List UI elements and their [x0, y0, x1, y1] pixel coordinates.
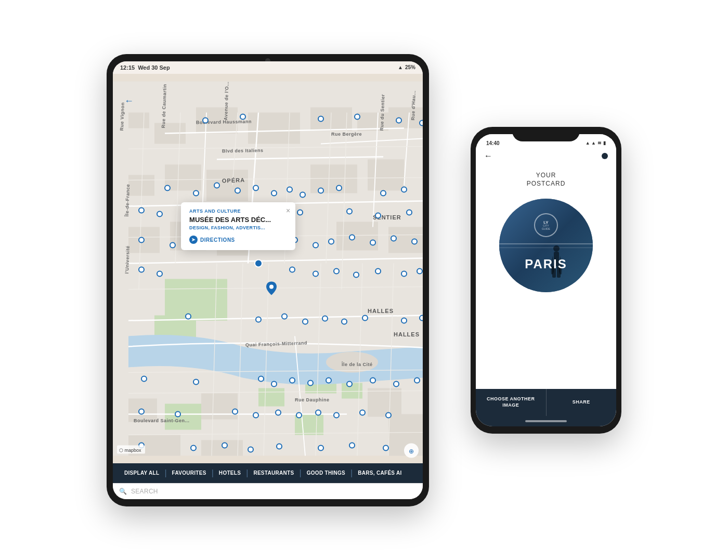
svg-rect-9 [128, 112, 149, 128]
svg-point-83 [318, 116, 323, 121]
svg-point-135 [303, 319, 308, 324]
home-bar [525, 420, 567, 422]
svg-point-81 [203, 118, 208, 123]
search-icon: 🔍 [119, 488, 127, 495]
postcard-title: YOUR POSTCARD [527, 171, 566, 189]
directions-label: DIRECTIONS [200, 237, 235, 243]
tablet-status-bar: 12:15 Wed 30 Sep ▲ 25% [113, 61, 423, 74]
svg-text:HALLES: HALLES [368, 307, 394, 314]
svg-point-91 [253, 185, 258, 190]
battery-text: 25% [405, 64, 415, 70]
svg-point-138 [362, 315, 368, 320]
svg-point-136 [322, 316, 328, 321]
nav-sep-4: | [300, 468, 302, 478]
svg-point-126 [334, 268, 339, 274]
phone-menu-dot[interactable] [602, 153, 608, 159]
nav-favourites[interactable]: FAVOURITES [168, 470, 211, 476]
phone-screen: 14:40 ▲ ▲ ≋ ▮ ← YOUR POSTCARD [476, 134, 616, 426]
svg-point-161 [386, 412, 391, 418]
nav-good-things[interactable]: GOOD THINGS [303, 470, 349, 476]
svg-point-156 [276, 410, 281, 415]
lv-guide: CITYGUIDE [542, 224, 550, 230]
popup-category: ARTS AND CULTURE [189, 209, 287, 214]
svg-point-151 [414, 377, 420, 383]
svg-point-157 [296, 412, 302, 418]
search-placeholder: SEARCH [131, 488, 158, 495]
back-button[interactable]: ← [124, 96, 134, 107]
map-area[interactable]: ← [113, 74, 423, 463]
wifi-icon: ▲ [398, 64, 403, 70]
svg-point-87 [165, 185, 170, 190]
svg-point-130 [417, 268, 422, 274]
svg-rect-19 [310, 164, 357, 193]
svg-text:Blvd des Italiens: Blvd des Italiens [222, 148, 264, 153]
svg-text:Île de la Cité: Île de la Cité [341, 361, 373, 367]
svg-point-121 [412, 239, 417, 244]
scene: 12:15 Wed 30 Sep ▲ 25% ← [0, 0, 728, 560]
svg-rect-27 [201, 393, 238, 419]
status-right: ▲ 25% [398, 64, 415, 70]
svg-point-145 [290, 377, 295, 383]
svg-rect-17 [165, 164, 201, 190]
svg-point-133 [256, 317, 261, 322]
phone-device: 14:40 ▲ ▲ ≋ ▮ ← YOUR POSTCARD [471, 127, 621, 434]
svg-point-109 [375, 213, 381, 218]
svg-point-129 [401, 271, 407, 276]
svg-text:l'Université: l'Université [124, 245, 131, 274]
svg-rect-6 [165, 403, 201, 429]
svg-point-158 [316, 410, 321, 415]
phone-status-right: ▲ ▲ ≋ ▮ [586, 140, 606, 146]
bottom-navigation: DISPLAY ALL | FAVOURITES | HOTELS | REST… [113, 463, 423, 483]
svg-point-108 [347, 209, 352, 214]
map-popup[interactable]: × ARTS AND CULTURE MUSÉE DES ARTS DÉC...… [181, 202, 295, 251]
svg-text:Rue d'Hau...: Rue d'Hau... [410, 90, 417, 120]
svg-point-125 [313, 271, 318, 276]
svg-point-139 [401, 318, 407, 323]
svg-point-111 [139, 237, 144, 242]
share-button[interactable]: SHARE [547, 389, 617, 415]
lv-badge: LV CITYGUIDE [534, 213, 558, 237]
phone-notch [512, 127, 580, 141]
bridge-lines2 [499, 248, 593, 248]
svg-rect-31 [201, 440, 243, 455]
svg-point-116 [313, 242, 318, 248]
svg-point-143 [258, 376, 264, 381]
svg-point-107 [297, 210, 303, 215]
svg-rect-18 [206, 170, 248, 201]
svg-point-100 [157, 211, 162, 216]
lv-title: LV [543, 220, 548, 224]
nav-bars-cafes[interactable]: BARS, CAFÉS AI [354, 470, 406, 476]
phone-back-button[interactable]: ← [484, 151, 492, 161]
svg-point-167 [318, 445, 323, 450]
popup-directions-button[interactable]: ➤ DIRECTIONS [189, 236, 287, 244]
svg-point-96 [336, 185, 342, 190]
phone-time: 14:40 [486, 140, 500, 146]
nav-display-all[interactable]: DISPLAY ALL [120, 470, 163, 476]
svg-rect-12 [248, 112, 300, 144]
nav-sep-2: | [212, 468, 214, 478]
phone-signal-icon: ▲ ▲ [586, 140, 596, 146]
svg-point-154 [232, 409, 238, 414]
svg-point-137 [342, 319, 347, 324]
choose-image-button[interactable]: CHOOSE ANOTHER IMAGE [476, 389, 547, 415]
svg-point-118 [349, 235, 355, 240]
svg-point-92 [271, 190, 277, 196]
status-time: 12:15 [120, 64, 135, 71]
svg-point-89 [214, 183, 219, 188]
svg-point-155 [253, 412, 258, 418]
svg-point-119 [370, 240, 375, 245]
svg-point-149 [370, 377, 375, 383]
svg-point-127 [354, 272, 359, 277]
search-bar[interactable]: 🔍 SEARCH [113, 483, 423, 499]
svg-text:Boulevard Saint-Gen...: Boulevard Saint-Gen... [134, 418, 190, 423]
nav-hotels[interactable]: HOTELS [215, 470, 245, 476]
status-date: Wed 30 Sep [138, 64, 170, 71]
svg-point-164 [222, 442, 227, 448]
svg-point-85 [396, 118, 401, 123]
postcard-bg [499, 199, 593, 292]
nav-restaurants[interactable]: RESTAURANTS [249, 470, 298, 476]
tablet-device: 12:15 Wed 30 Sep ▲ 25% ← [107, 54, 429, 506]
svg-text:Île-de-France: Île-de-France [124, 184, 131, 217]
svg-text:Rue Dauphine: Rue Dauphine [295, 397, 330, 402]
popup-close-button[interactable]: × [286, 206, 290, 215]
